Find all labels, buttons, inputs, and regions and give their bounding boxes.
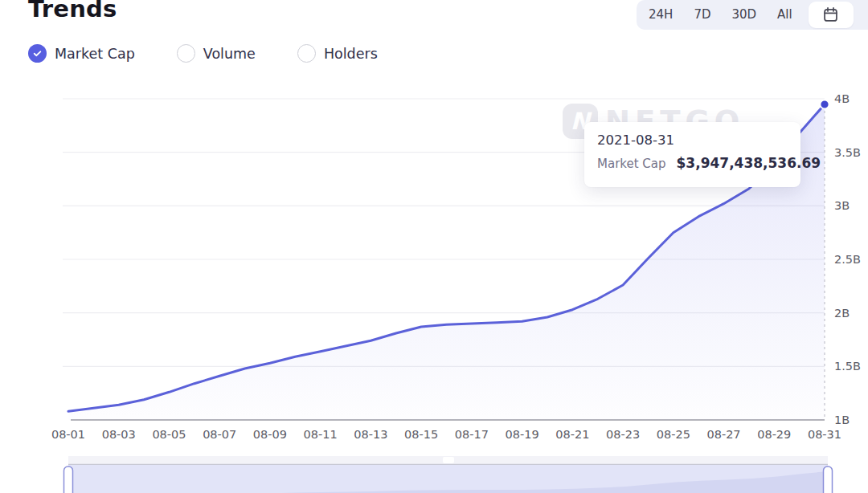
x-tick-label: 08-31 (808, 428, 841, 441)
x-tick-label: 08-21 (555, 428, 589, 441)
x-tick-label: 08-23 (606, 428, 640, 441)
y-tick-label: 2.5B (834, 253, 861, 266)
x-tick-label: 08-11 (304, 428, 338, 441)
x-tick-label: 08-05 (152, 428, 186, 441)
x-tick-label: 08-09 (253, 428, 287, 441)
brush-handle-right[interactable] (824, 467, 833, 493)
x-tick-label: 08-03 (102, 428, 136, 441)
x-tick-label: 08-15 (404, 428, 438, 441)
market-cap-chart: 4B3.5B3B2.5B2B1.5B1B08-0108-0308-0508-07… (0, 0, 868, 450)
tooltip-metric-label: Market Cap (597, 157, 666, 171)
chart-tooltip: 2021-08-31 Market Cap $3,947,438,536.69 (584, 122, 800, 187)
y-tick-label: 1B (834, 414, 850, 426)
y-tick-label: 4B (834, 92, 850, 105)
x-tick-label: 08-17 (455, 428, 489, 441)
brush-handle-left[interactable] (64, 467, 73, 493)
x-tick-label: 08-19 (506, 428, 539, 441)
x-tick-label: 08-13 (354, 428, 387, 441)
trends-panel: Trends 24H7D30DAll Market CapVolumeHolde… (0, 0, 868, 493)
tooltip-value: $3,947,438,536.69 (677, 155, 821, 171)
x-tick-label: 08-25 (657, 428, 690, 441)
y-tick-label: 3.5B (834, 146, 861, 159)
y-tick-label: 3B (834, 199, 850, 212)
chart-brush[interactable] (0, 450, 868, 493)
brush-notch[interactable] (443, 457, 454, 463)
x-tick-label: 08-01 (51, 428, 85, 441)
x-tick-label: 08-07 (203, 428, 236, 441)
highlighted-point[interactable] (821, 100, 829, 109)
y-tick-label: 1.5B (834, 360, 861, 373)
x-tick-label: 08-27 (706, 428, 740, 441)
tooltip-date: 2021-08-31 (597, 132, 788, 148)
x-tick-label: 08-29 (757, 428, 791, 441)
y-tick-label: 2B (834, 307, 850, 320)
